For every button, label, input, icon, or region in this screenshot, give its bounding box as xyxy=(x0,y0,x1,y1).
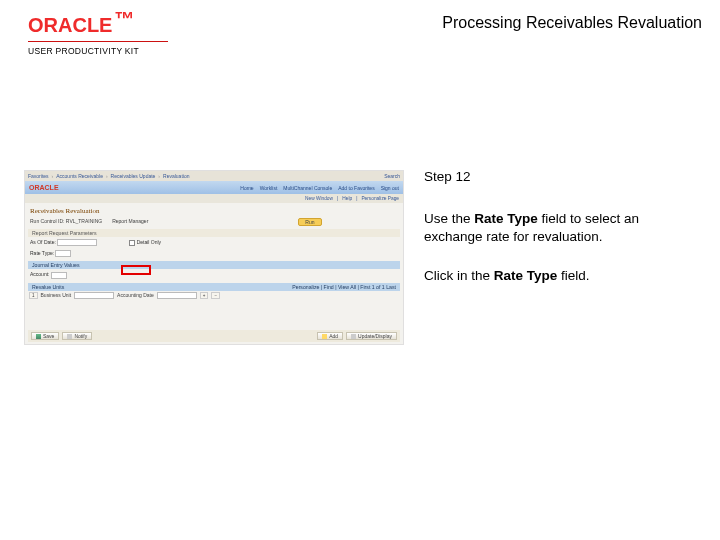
account-label: Account: xyxy=(30,271,49,277)
sub-links: New Window| Help| Personalize Page xyxy=(25,194,403,203)
top-link[interactable]: MultiChannel Console xyxy=(283,185,332,191)
save-icon xyxy=(36,334,41,339)
update-button[interactable]: Update/Display xyxy=(346,332,397,340)
action-highlight xyxy=(121,265,151,275)
app-topbar: ORACLE Home Worklist MultiChannel Consol… xyxy=(25,181,403,194)
row-del[interactable]: − xyxy=(211,292,220,299)
lesson-title: Processing Receivables Revaluation xyxy=(442,14,702,32)
run-button[interactable]: Run xyxy=(298,218,321,226)
sub-link[interactable]: Personalize Page xyxy=(361,196,399,201)
page-title: Receivables Revaluation xyxy=(25,203,403,217)
breadcrumb-tools: Search xyxy=(384,173,400,179)
asof-label: As Of Date: xyxy=(30,239,56,245)
screenshot-panel: Favorites› Accounts Receivable› Receivab… xyxy=(0,60,420,540)
grid-unit-label: Business Unit xyxy=(41,292,72,299)
oracle-upk-logo: ORACLE ™ USER PRODUCTIVITY KIT xyxy=(28,14,168,56)
instruction-panel: Step 12 Use the Rate Type field to selec… xyxy=(420,60,720,540)
account-input[interactable] xyxy=(51,272,67,279)
row-add[interactable]: + xyxy=(200,292,209,299)
section-revalue: Revalue Units Personalize | Find | View … xyxy=(28,283,400,291)
asof-input[interactable] xyxy=(57,239,97,246)
report-mgr-link[interactable]: Report Manager xyxy=(112,218,148,226)
breadcrumb: Favorites› Accounts Receivable› Receivab… xyxy=(25,171,403,181)
plus-icon xyxy=(322,334,327,339)
grid-date-label: Accounting Date xyxy=(117,292,154,299)
section-tools: Personalize | Find | View All | First 1 … xyxy=(292,284,396,290)
params-form: As Of Date: Detail Only Rate Type: xyxy=(25,237,403,259)
notify-button[interactable]: Notify xyxy=(62,332,92,340)
logo-divider xyxy=(28,41,168,42)
top-link[interactable]: Add to Favorites xyxy=(338,185,374,191)
upk-label: USER PRODUCTIVITY KIT xyxy=(28,46,168,56)
crumb: Accounts Receivable xyxy=(56,173,103,179)
add-button[interactable]: Add xyxy=(317,332,343,340)
update-icon xyxy=(351,334,356,339)
detail-label: Detail Only xyxy=(137,239,161,245)
save-button[interactable]: Save xyxy=(31,332,59,340)
run-control-label: Run Control ID: RVL_TRAINING xyxy=(30,218,102,226)
top-link[interactable]: Worklist xyxy=(260,185,278,191)
instruction-line-2: Click in the Rate Type field. xyxy=(424,267,700,285)
rate-type-input[interactable] xyxy=(55,250,71,257)
sub-link[interactable]: Help xyxy=(342,196,352,201)
crumb: Revaluation xyxy=(163,173,189,179)
top-link[interactable]: Home xyxy=(240,185,253,191)
top-links: Home Worklist MultiChannel Console Add t… xyxy=(240,185,399,191)
row-num: 1 xyxy=(29,292,38,299)
crumb: Receivables Update xyxy=(111,173,156,179)
detail-check[interactable] xyxy=(129,240,135,246)
grid-unit-input[interactable] xyxy=(74,292,114,299)
oracle-wordmark: ORACLE xyxy=(28,14,112,37)
app-logo: ORACLE xyxy=(29,184,59,191)
crumb: Favorites xyxy=(28,173,49,179)
section-label: Revalue Units xyxy=(32,284,64,290)
notify-icon xyxy=(67,334,72,339)
step-label: Step 12 xyxy=(424,168,700,186)
app-screenshot: Favorites› Accounts Receivable› Receivab… xyxy=(24,170,404,345)
grid-row: 1 Business Unit Accounting Date + − xyxy=(25,291,403,300)
header: ORACLE ™ USER PRODUCTIVITY KIT Processin… xyxy=(0,0,720,60)
section-journal: Journal Entry Values xyxy=(28,261,400,269)
journal-form: Account: xyxy=(25,269,403,280)
instruction-line-1: Use the Rate Type field to select an exc… xyxy=(424,210,700,246)
rate-type-label: Rate Type: xyxy=(30,250,54,256)
trademark-symbol: ™ xyxy=(114,8,134,31)
top-link[interactable]: Sign out xyxy=(381,185,399,191)
sub-link[interactable]: New Window xyxy=(305,196,333,201)
section-params: Report Request Parameters xyxy=(28,229,400,237)
grid-date-input[interactable] xyxy=(157,292,197,299)
action-bar: Save Notify Add Update/Display xyxy=(28,330,400,342)
